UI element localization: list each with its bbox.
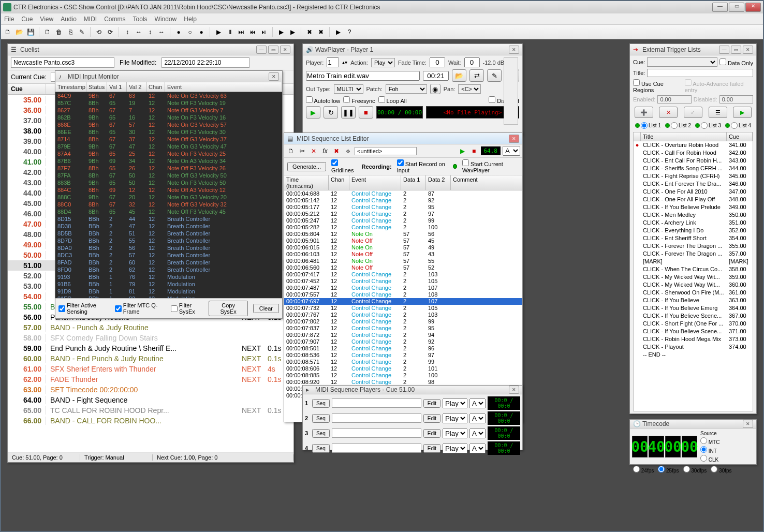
midi-row[interactable]: 862B9Bh651612Note On F3 Velocity 16 <box>55 114 282 121</box>
cue-row[interactable]: 66.00 BAND - CALL FOR ROBIN HOO... <box>8 416 293 426</box>
ext-row[interactable]: CLICK - One For All Play Off348.00 <box>634 196 753 203</box>
menu-tools[interactable]: Tools <box>133 16 148 23</box>
menu-cue[interactable]: Cue <box>21 16 33 23</box>
sequence-row[interactable]: 00:00:06:10312Note Off5743 <box>284 251 522 258</box>
cue-row[interactable]: 59.00End Punch & Judy Routine \ Sheriff … <box>8 343 293 353</box>
menu-file[interactable]: File <box>4 16 14 23</box>
tc-clk[interactable]: CLK <box>700 455 719 463</box>
maximize-button[interactable]: ▭ <box>729 3 744 12</box>
midi-row[interactable]: 857C8Bh651912Note Off F3 Velocity 19 <box>55 99 282 107</box>
toolbar-button[interactable]: ● <box>174 27 183 37</box>
generate-button[interactable]: Generate... <box>287 162 326 171</box>
sequence-row[interactable]: 00:00:07:76712Control Change2103 <box>284 312 522 318</box>
arrows-icon[interactable]: ⇄ <box>469 69 484 82</box>
ext-row[interactable]: CLICK - Archery Link351.00 <box>634 219 753 227</box>
ext-row[interactable]: CLICK - If You Believe Emerg364.00 <box>634 304 753 312</box>
use-cue-regions-check[interactable]: Use Cue Regions <box>633 79 683 93</box>
edit-button[interactable]: Edit <box>423 399 440 408</box>
patch-icon[interactable]: ◉ <box>430 84 440 94</box>
freesync-check[interactable]: Freesync <box>343 96 375 104</box>
toolbar-button[interactable]: ▶ <box>214 27 223 37</box>
seq-input[interactable] <box>332 428 421 438</box>
midi-row[interactable]: 88C08Bh673212Note Off G3 Velocity 32 <box>55 201 282 208</box>
ext-delete-button[interactable]: ✕ <box>659 107 678 118</box>
cue-row[interactable]: 65.00 TC CALL FOR ROBIN HOOD Repr...NEXT… <box>8 405 293 416</box>
toolbar-button[interactable]: ↕ <box>123 27 132 37</box>
ext-row[interactable]: -- END -- <box>634 351 753 359</box>
seq-button[interactable]: Seq <box>312 399 330 408</box>
toolbar-button[interactable]: ✖ <box>305 27 314 37</box>
tc-mtc[interactable]: MTC <box>700 437 719 445</box>
midi-row[interactable]: 86278Bh67712Note Off G3 Velocity 7 <box>55 107 282 114</box>
menu-help[interactable]: Help <box>184 16 197 23</box>
toolbar-button[interactable]: ⏸ <box>225 27 234 37</box>
toolbar-button[interactable]: ○ <box>185 27 195 37</box>
seq-button[interactable]: Seq <box>312 444 330 453</box>
play-button[interactable]: ▶ <box>306 106 320 119</box>
sequence-row[interactable]: 00:00:06:48112Note On5755 <box>284 258 522 264</box>
toolbar-button[interactable]: ▶ <box>276 27 286 37</box>
toolbar-button[interactable]: ⟲ <box>94 27 104 37</box>
toolbar-button[interactable]: 💾 <box>26 27 35 37</box>
midi-row[interactable]: 84C99Bh676312Note On G3 Velocity 63 <box>55 92 282 99</box>
ext-row[interactable]: CLICK - Fight Reprise (CFRH)345.00 <box>634 172 753 180</box>
midi-row[interactable]: 91D9BBh18112Modulation <box>55 288 282 295</box>
pan-select[interactable]: <C> <box>458 84 481 94</box>
toolbar-button[interactable]: ⏮ <box>248 27 257 37</box>
ext-row[interactable]: CLICK - One For All 2010347.00 <box>634 188 753 196</box>
midi-row[interactable]: 87F78Bh652612Note Off F3 Velocity 26 <box>55 165 282 172</box>
midi-row[interactable]: 8D38BBh24712Breath Controller <box>55 223 282 230</box>
toolbar-button[interactable]: ⟳ <box>106 27 115 37</box>
midi-row[interactable]: 8FD0BBh26212Breath Controller <box>55 266 282 273</box>
cue-row[interactable]: 61.00 SFX Sherief Enters with ThunderNEX… <box>8 364 293 374</box>
sequence-row[interactable]: 00:00:07:80212Control Change299 <box>284 318 522 325</box>
midi-row[interactable]: 8D15BBh24412Breath Controller <box>55 215 282 223</box>
tc-fps-radio[interactable]: 30dfps <box>683 466 707 474</box>
toolbar-button[interactable]: 🗋 <box>43 27 52 37</box>
ext-row[interactable]: CLICK - Ent Forever The Dra...346.00 <box>634 180 753 188</box>
cancel-icon[interactable]: ✖ <box>332 146 341 156</box>
open-icon[interactable]: 📂 <box>452 69 466 82</box>
sequence-row[interactable]: 00:00:05:17712Control Change295 <box>284 204 522 211</box>
sequence-row[interactable]: 00:00:08:88512Control Change2100 <box>284 372 522 379</box>
start-record-check[interactable]: Start Record on Input <box>397 159 448 173</box>
delete-icon[interactable]: ✕ <box>309 146 318 156</box>
stop-button[interactable]: ■ <box>359 106 373 119</box>
ext-row[interactable]: CLICK - My Wicked Way Wit...360.00 <box>634 281 753 289</box>
panel-close-button[interactable]: ✕ <box>269 72 279 81</box>
toolbar-button[interactable]: ↕ <box>145 27 155 37</box>
sequence-row[interactable]: 00:00:05:21212Control Change297 <box>284 211 522 217</box>
play-select[interactable]: Play <box>443 444 467 453</box>
ext-row[interactable]: CLICK - Forever The Dragon ...357.00 <box>634 250 753 258</box>
wait-time[interactable] <box>464 57 480 67</box>
volume-slider[interactable] <box>504 57 518 125</box>
midi-row[interactable]: 8D7DBBh25512Breath Controller <box>55 237 282 244</box>
panel-close-button[interactable]: ✕ <box>743 46 753 54</box>
midi-row[interactable]: 87FA8Bh675012Note Off G3 Velocity 50 <box>55 172 282 179</box>
toolbar-button[interactable]: ▶ <box>333 27 343 37</box>
filter-active-sensing[interactable]: Filter Active Sensing <box>58 302 110 315</box>
fx-icon[interactable]: fx <box>320 146 330 156</box>
ext-list-radio[interactable]: List 3 <box>695 122 721 129</box>
sequence-row[interactable]: 00:00:05:24712Control Change299 <box>284 217 522 224</box>
ext-row[interactable]: CLICK - If You Believe Prelude349.00 <box>634 203 753 211</box>
ext-row[interactable]: CLICK - If You Believe Scene...371.00 <box>634 328 753 335</box>
sequence-row[interactable]: 00:00:08:50112Control Change296 <box>284 345 522 352</box>
sequence-row[interactable]: 00:00:07:55712Control Change2108 <box>284 291 522 298</box>
ext-row[interactable]: CLICK - Short Fight (One For ...370.00 <box>634 320 753 328</box>
ext-list-radio[interactable]: List 1 <box>635 122 661 129</box>
toolbar-button[interactable]: ⎘ <box>66 27 75 37</box>
sequence-row[interactable]: 00:00:08:57112Control Change299 <box>284 359 522 365</box>
play-select[interactable]: Play <box>443 428 467 438</box>
a-select[interactable]: A <box>469 428 486 438</box>
menu-midi[interactable]: MIDI <box>84 16 97 23</box>
a-select[interactable]: A <box>469 413 486 423</box>
panel-close-button[interactable]: ✕ <box>743 420 753 428</box>
loopall-check[interactable]: Loop All <box>378 96 407 104</box>
menu-audio[interactable]: Audio <box>61 16 77 23</box>
ext-row[interactable]: CLICK - When The Circus Co...358.00 <box>634 265 753 273</box>
toolbar-button[interactable]: ▶ <box>288 27 297 37</box>
midi-row[interactable]: 87A49Bh652512Note On F3 Velocity 25 <box>55 150 282 157</box>
toolbar-button[interactable]: 🗋 <box>3 27 12 37</box>
midi-row[interactable]: 86EE8Bh653012Note Off F3 Velocity 30 <box>55 128 282 136</box>
